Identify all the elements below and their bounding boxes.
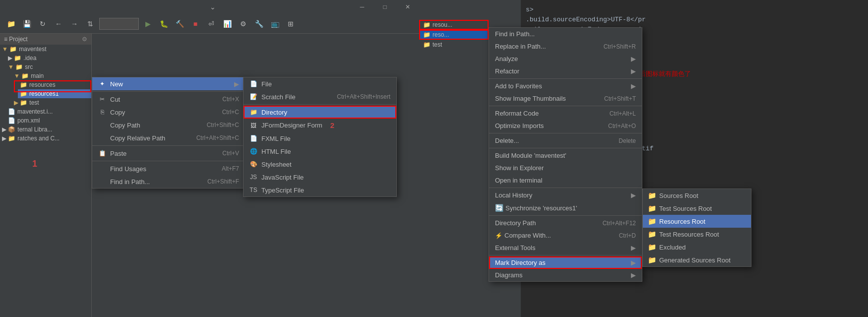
menu-item-cut[interactable]: ✂ Cut Ctrl+X	[92, 93, 245, 106]
folder-open-button[interactable]: 📁	[4, 17, 18, 31]
tree-label-resources: resources	[29, 81, 56, 88]
submenu-javascript[interactable]: JS JavaScript File	[244, 171, 396, 184]
minimize-button[interactable]: ─	[351, 0, 373, 14]
rcm-refactor[interactable]: Refactor ▶	[489, 65, 642, 77]
tree-label-main: main	[31, 72, 44, 79]
rcm-optimize[interactable]: Optimize Imports Ctrl+Alt+O	[489, 120, 642, 132]
menu-item-paste[interactable]: 📋 Paste Ctrl+V	[92, 147, 245, 160]
menu-item-copy-relative[interactable]: Copy Relative Path Ctrl+Alt+Shift+C	[92, 131, 245, 144]
tree-item-resources2[interactable]: 📁 resources1	[18, 89, 91, 98]
terminal-button[interactable]: 📺	[268, 17, 282, 31]
rcm-local-history[interactable]: Local History ▶	[489, 189, 642, 201]
tree-label-resources2: resources1	[29, 90, 59, 97]
rcm-reformat[interactable]: Reformat Code Ctrl+Alt+L	[489, 107, 642, 120]
build-button[interactable]: 🔨	[173, 17, 186, 31]
save-button[interactable]: 💾	[20, 17, 34, 31]
rcm-add-favorites[interactable]: Add to Favorites ▶	[489, 80, 642, 92]
submenu-directory[interactable]: 📁 Directory	[244, 106, 396, 119]
file-item-test[interactable]: 📁 test	[419, 40, 489, 50]
tree-root-maventest[interactable]: ▼ 📁 maventest	[0, 45, 91, 54]
settings-button[interactable]: 🔧	[252, 17, 266, 31]
tree-item-scratches[interactable]: ▶ 📁 ratches and C...	[0, 134, 91, 143]
file-item-resou2[interactable]: 📁 reso...	[419, 30, 489, 40]
rcm-show-in-explorer[interactable]: Show in Explorer	[489, 162, 642, 174]
submenu-file[interactable]: 📄 File	[244, 77, 396, 90]
mark-resources-root[interactable]: 📁 Resources Root	[643, 215, 751, 228]
rcm-external-tools[interactable]: External Tools ▶	[489, 242, 642, 254]
tree-item-main[interactable]: ▼ 📁 main	[12, 71, 91, 80]
tree-label-scratches: ratches and C...	[17, 135, 60, 142]
close-button[interactable]: ✕	[396, 0, 419, 14]
compare-icon: ⚡	[495, 232, 502, 239]
folder-icon-external: ▶ 📦	[2, 126, 15, 133]
project-panel-header: ≡ Project ⚙	[0, 34, 91, 45]
rcm-diagrams[interactable]: Diagrams ▶	[489, 269, 642, 281]
mark-excluded[interactable]: 📁 Excluded	[643, 241, 751, 254]
menu-item-find-in-path[interactable]: Find in Path... Ctrl+Shift+F	[92, 175, 245, 188]
rcm-delete[interactable]: Delete... Delete	[489, 134, 642, 147]
config-dropdown[interactable]	[99, 18, 139, 30]
rcm-show-image[interactable]: Show Image Thumbnails Ctrl+Shift+T	[489, 92, 642, 105]
tree-item-test[interactable]: ▶ 📁 test	[12, 98, 91, 107]
submenu-jform[interactable]: 🖼 JFormDesigner Form 2	[244, 119, 396, 132]
resources-container: 📁 resources	[0, 80, 91, 89]
menu-item-copy[interactable]: ⎘ Copy Ctrl+C	[92, 106, 245, 119]
sort-button[interactable]: ⇅	[83, 17, 97, 31]
coverage-button[interactable]: 📊	[220, 17, 234, 31]
tree-item-idea[interactable]: ▶ 📁 .idea	[6, 54, 91, 63]
mark-test-sources-root[interactable]: 📁 Test Sources Root	[643, 202, 751, 215]
tree-item-maventest-iml[interactable]: 📄 maventest.i...	[6, 107, 91, 116]
tree-label-idea: .idea	[23, 55, 36, 62]
mark-directory-container: Mark Directory as ▶	[489, 256, 642, 269]
mark-sources-root[interactable]: 📁 Sources Root	[643, 189, 751, 202]
submenu-html[interactable]: 🌐 HTML File	[244, 145, 396, 158]
submenu-scratch[interactable]: 📝 Scratch File Ctrl+Alt+Shift+Insert	[244, 90, 396, 103]
rcm-build-module[interactable]: Build Module 'maventest'	[489, 149, 642, 162]
maximize-button[interactable]: □	[373, 0, 396, 14]
rcm-find-in-path[interactable]: Find in Path...	[489, 28, 642, 40]
menu-item-copy-path[interactable]: Copy Path Ctrl+Shift+C	[92, 119, 245, 131]
panel-gear[interactable]: ⚙	[82, 36, 87, 43]
folder-icon-idea: ▶ 📁	[8, 55, 21, 62]
file-item-resou1[interactable]: 📁 resou...	[419, 20, 489, 30]
rcm-compare-with[interactable]: ⚡ Compare With... Ctrl+D	[489, 229, 642, 242]
external-tools-arrow: ▶	[631, 244, 636, 252]
run-button[interactable]: ▶	[141, 17, 155, 31]
submenu-fxml[interactable]: 📄 FXML File	[244, 132, 396, 145]
tree-label-iml: maventest.i...	[17, 108, 53, 115]
mark-submenu: 📁 Sources Root 📁 Test Sources Root 📁 Res…	[642, 189, 751, 267]
submenu-divider-1	[244, 104, 396, 105]
menu-item-new[interactable]: ✦ New ▶	[92, 77, 245, 90]
tree-item-resources[interactable]: 📁 resources	[18, 80, 91, 89]
rcm-divider-2	[489, 106, 642, 106]
submenu-typescript[interactable]: TS TypeScript File	[244, 184, 396, 196]
tree-item-src[interactable]: ▼ 📁 src	[6, 63, 91, 71]
step-button[interactable]: ⏎	[204, 17, 218, 31]
rcm-open-terminal[interactable]: Open in terminal	[489, 174, 642, 187]
profiler-button[interactable]: ⚙	[236, 17, 250, 31]
project-panel: ≡ Project ⚙ ▼ 📁 maventest ▶ 📁 .idea ▼ 📁 …	[0, 34, 92, 317]
tree-label-maventest: maventest	[19, 46, 46, 53]
mark-generated-sources[interactable]: 📁 Generated Sources Root	[643, 254, 751, 266]
rcm-analyze[interactable]: Analyze ▶	[489, 53, 642, 65]
jform-icon: 🖼	[249, 122, 257, 129]
sync-button[interactable]: ↻	[36, 17, 50, 31]
rcm-replace-in-path[interactable]: Replace in Path... Ctrl+Shift+R	[489, 40, 642, 53]
back-button[interactable]: ←	[52, 17, 65, 31]
forward-button[interactable]: →	[67, 17, 81, 31]
submenu-stylesheet[interactable]: 🎨 Stylesheet	[244, 158, 396, 171]
stop-button[interactable]: ■	[188, 17, 202, 31]
mark-test-resources-root[interactable]: 📁 Test Resources Root	[643, 228, 751, 241]
submenu-directory-container: 📁 Directory	[244, 106, 396, 119]
rcm-mark-directory[interactable]: Mark Directory as ▶	[489, 256, 642, 269]
scratch-icon: 📝	[249, 93, 257, 101]
tree-item-pom[interactable]: 📄 pom.xml	[6, 116, 91, 125]
tree-item-external[interactable]: ▶ 📦 ternal Libra...	[0, 125, 91, 134]
debug-button[interactable]: 🐛	[157, 17, 171, 31]
rcm-synchronize[interactable]: 🔄 Synchronize 'resources1'	[489, 201, 642, 214]
fxml-icon: 📄	[249, 134, 257, 142]
extra-button[interactable]: ⊞	[284, 17, 298, 31]
menu-item-find-usages[interactable]: Find Usages Alt+F7	[92, 162, 245, 175]
rcm-directory-path[interactable]: Directory Path Ctrl+Alt+F12	[489, 217, 642, 229]
folder-icon-resou2: 📁	[423, 31, 431, 38]
